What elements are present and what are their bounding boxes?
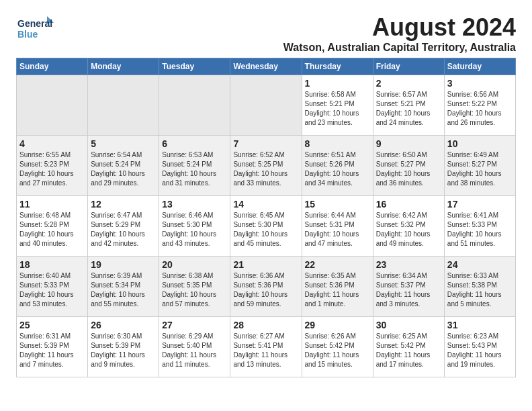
calendar-cell: 31Sunrise: 6:23 AM Sunset: 5:43 PM Dayli… (444, 317, 515, 377)
calendar-cell: 13Sunrise: 6:46 AM Sunset: 5:30 PM Dayli… (159, 196, 230, 257)
day-number: 19 (91, 259, 156, 270)
day-info: Sunrise: 6:47 AM Sunset: 5:29 PM Dayligh… (91, 211, 156, 248)
calendar-cell: 28Sunrise: 6:27 AM Sunset: 5:41 PM Dayli… (230, 317, 302, 377)
day-info: Sunrise: 6:51 AM Sunset: 5:26 PM Dayligh… (305, 150, 370, 188)
day-info: Sunrise: 6:45 AM Sunset: 5:30 PM Dayligh… (233, 211, 298, 248)
calendar-cell: 4Sunrise: 6:55 AM Sunset: 5:23 PM Daylig… (17, 136, 88, 196)
calendar-cell: 5Sunrise: 6:54 AM Sunset: 5:24 PM Daylig… (88, 136, 159, 196)
day-number: 13 (162, 199, 227, 210)
logo: GeneralBlue (16, 13, 56, 43)
calendar-cell (159, 75, 230, 136)
day-info: Sunrise: 6:48 AM Sunset: 5:28 PM Dayligh… (19, 211, 85, 248)
day-number: 31 (447, 320, 513, 330)
day-info: Sunrise: 6:42 AM Sunset: 5:32 PM Dayligh… (376, 211, 441, 248)
day-number: 22 (305, 259, 370, 270)
day-info: Sunrise: 6:44 AM Sunset: 5:31 PM Dayligh… (305, 211, 370, 248)
calendar-week-row: 18Sunrise: 6:40 AM Sunset: 5:33 PM Dayli… (17, 257, 516, 317)
calendar-cell: 24Sunrise: 6:33 AM Sunset: 5:38 PM Dayli… (444, 257, 515, 317)
day-number: 30 (376, 320, 441, 330)
calendar-week-row: 11Sunrise: 6:48 AM Sunset: 5:28 PM Dayli… (17, 196, 516, 257)
header-day: Wednesday (230, 58, 302, 75)
day-info: Sunrise: 6:36 AM Sunset: 5:36 PM Dayligh… (233, 271, 298, 309)
day-number: 27 (162, 320, 227, 330)
day-number: 2 (376, 78, 441, 89)
calendar-cell: 22Sunrise: 6:35 AM Sunset: 5:36 PM Dayli… (302, 257, 373, 317)
calendar-header: SundayMondayTuesdayWednesdayThursdayFrid… (17, 58, 516, 75)
calendar-cell: 11Sunrise: 6:48 AM Sunset: 5:28 PM Dayli… (17, 196, 88, 257)
day-number: 17 (447, 199, 513, 210)
day-info: Sunrise: 6:46 AM Sunset: 5:30 PM Dayligh… (162, 211, 227, 248)
day-number: 5 (91, 138, 156, 149)
day-number: 8 (305, 138, 370, 149)
day-info: Sunrise: 6:50 AM Sunset: 5:27 PM Dayligh… (376, 150, 441, 188)
header-day: Thursday (302, 58, 373, 75)
day-number: 6 (162, 138, 227, 149)
day-number: 18 (19, 259, 85, 270)
day-info: Sunrise: 6:26 AM Sunset: 5:42 PM Dayligh… (305, 332, 370, 369)
calendar-cell: 21Sunrise: 6:36 AM Sunset: 5:36 PM Dayli… (230, 257, 302, 317)
calendar-cell: 1Sunrise: 6:58 AM Sunset: 5:21 PM Daylig… (302, 75, 373, 136)
header-day: Tuesday (159, 58, 230, 75)
calendar-cell: 18Sunrise: 6:40 AM Sunset: 5:33 PM Dayli… (17, 257, 88, 317)
day-info: Sunrise: 6:23 AM Sunset: 5:43 PM Dayligh… (447, 332, 513, 369)
calendar-cell (88, 75, 159, 136)
day-info: Sunrise: 6:31 AM Sunset: 5:39 PM Dayligh… (19, 332, 85, 369)
calendar-table: SundayMondayTuesdayWednesdayThursdayFrid… (16, 58, 516, 377)
calendar-cell (230, 75, 302, 136)
calendar-cell: 19Sunrise: 6:39 AM Sunset: 5:34 PM Dayli… (88, 257, 159, 317)
day-number: 29 (305, 320, 370, 330)
calendar-cell: 12Sunrise: 6:47 AM Sunset: 5:29 PM Dayli… (88, 196, 159, 257)
day-info: Sunrise: 6:41 AM Sunset: 5:33 PM Dayligh… (447, 211, 513, 248)
calendar-cell: 23Sunrise: 6:34 AM Sunset: 5:37 PM Dayli… (373, 257, 444, 317)
calendar-cell: 16Sunrise: 6:42 AM Sunset: 5:32 PM Dayli… (373, 196, 444, 257)
calendar-week-row: 1Sunrise: 6:58 AM Sunset: 5:21 PM Daylig… (17, 75, 516, 136)
day-number: 23 (376, 259, 441, 270)
day-number: 20 (162, 259, 227, 270)
calendar-cell: 8Sunrise: 6:51 AM Sunset: 5:26 PM Daylig… (302, 136, 373, 196)
day-number: 12 (91, 199, 156, 210)
calendar-cell: 15Sunrise: 6:44 AM Sunset: 5:31 PM Dayli… (302, 196, 373, 257)
day-number: 16 (376, 199, 441, 210)
calendar-cell: 9Sunrise: 6:50 AM Sunset: 5:27 PM Daylig… (373, 136, 444, 196)
day-number: 21 (233, 259, 298, 270)
header-day: Friday (373, 58, 444, 75)
day-info: Sunrise: 6:56 AM Sunset: 5:22 PM Dayligh… (447, 90, 513, 128)
calendar-cell: 6Sunrise: 6:53 AM Sunset: 5:24 PM Daylig… (159, 136, 230, 196)
calendar-cell: 7Sunrise: 6:52 AM Sunset: 5:25 PM Daylig… (230, 136, 302, 196)
page-subtitle: Watson, Australian Capital Territory, Au… (283, 42, 516, 54)
day-info: Sunrise: 6:27 AM Sunset: 5:41 PM Dayligh… (233, 332, 298, 369)
day-info: Sunrise: 6:40 AM Sunset: 5:33 PM Dayligh… (19, 271, 85, 309)
day-number: 25 (19, 320, 85, 330)
calendar-cell: 26Sunrise: 6:30 AM Sunset: 5:39 PM Dayli… (88, 317, 159, 377)
calendar-body: 1Sunrise: 6:58 AM Sunset: 5:21 PM Daylig… (17, 75, 516, 377)
calendar-cell: 14Sunrise: 6:45 AM Sunset: 5:30 PM Dayli… (230, 196, 302, 257)
day-number: 26 (91, 320, 156, 330)
day-info: Sunrise: 6:38 AM Sunset: 5:35 PM Dayligh… (162, 271, 227, 309)
day-info: Sunrise: 6:54 AM Sunset: 5:24 PM Dayligh… (91, 150, 156, 188)
page-title: August 2024 (283, 13, 516, 42)
day-info: Sunrise: 6:57 AM Sunset: 5:21 PM Dayligh… (376, 90, 441, 128)
header-day: Saturday (444, 58, 515, 75)
calendar-cell: 30Sunrise: 6:25 AM Sunset: 5:42 PM Dayli… (373, 317, 444, 377)
day-number: 24 (447, 259, 513, 270)
day-number: 7 (233, 138, 298, 149)
day-number: 10 (447, 138, 513, 149)
svg-text:General: General (17, 18, 52, 29)
day-info: Sunrise: 6:35 AM Sunset: 5:36 PM Dayligh… (305, 271, 370, 309)
calendar-cell: 2Sunrise: 6:57 AM Sunset: 5:21 PM Daylig… (373, 75, 444, 136)
day-info: Sunrise: 6:49 AM Sunset: 5:27 PM Dayligh… (447, 150, 513, 188)
day-number: 9 (376, 138, 441, 149)
day-number: 14 (233, 199, 298, 210)
header-row: SundayMondayTuesdayWednesdayThursdayFrid… (17, 58, 516, 75)
day-info: Sunrise: 6:58 AM Sunset: 5:21 PM Dayligh… (305, 90, 370, 128)
title-area: August 2024 Watson, Australian Capital T… (283, 13, 516, 54)
header-day: Sunday (17, 58, 88, 75)
calendar-cell: 25Sunrise: 6:31 AM Sunset: 5:39 PM Dayli… (17, 317, 88, 377)
day-number: 28 (233, 320, 298, 330)
day-number: 1 (305, 78, 370, 89)
calendar-week-row: 25Sunrise: 6:31 AM Sunset: 5:39 PM Dayli… (17, 317, 516, 377)
header: GeneralBlue August 2024 Watson, Australi… (16, 13, 516, 54)
calendar-cell: 3Sunrise: 6:56 AM Sunset: 5:22 PM Daylig… (444, 75, 515, 136)
day-info: Sunrise: 6:55 AM Sunset: 5:23 PM Dayligh… (19, 150, 85, 188)
day-info: Sunrise: 6:52 AM Sunset: 5:25 PM Dayligh… (233, 150, 298, 188)
